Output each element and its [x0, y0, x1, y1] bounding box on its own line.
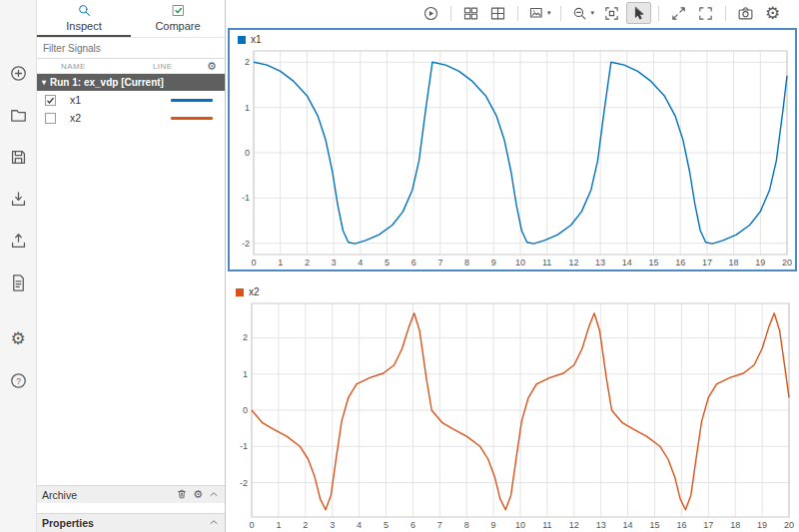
- open-button[interactable]: [5, 104, 31, 127]
- export-button[interactable]: [5, 230, 31, 253]
- record-icon: [422, 5, 439, 22]
- report-button[interactable]: [5, 271, 31, 294]
- archive-settings-icon[interactable]: ⚙: [193, 489, 203, 500]
- settings-button[interactable]: ⚙: [760, 2, 785, 24]
- signal-name[interactable]: x2: [70, 112, 171, 124]
- toolbar-separator: [560, 6, 561, 21]
- trash-icon[interactable]: [176, 488, 188, 502]
- legend-swatch-x2: [236, 288, 244, 296]
- expand-diagonal-button[interactable]: [666, 2, 691, 24]
- svg-text:6: 6: [411, 258, 416, 267]
- subplot-image-icon: [528, 5, 545, 22]
- svg-text:8: 8: [464, 258, 469, 267]
- svg-text:2: 2: [305, 258, 310, 267]
- fullscreen-button[interactable]: [693, 2, 718, 24]
- signal-row-x1[interactable]: x1: [37, 91, 225, 109]
- help-button[interactable]: ?: [5, 369, 31, 392]
- chevron-up-icon: [208, 488, 220, 500]
- trash-icon: [176, 488, 188, 500]
- tab-inspect[interactable]: Inspect: [37, 0, 131, 37]
- svg-text:9: 9: [491, 258, 496, 267]
- report-icon: [9, 273, 28, 292]
- properties-bar[interactable]: Properties: [37, 513, 225, 532]
- save-button[interactable]: [5, 146, 31, 169]
- svg-text:16: 16: [675, 258, 685, 267]
- line-swatch-x2[interactable]: [171, 117, 213, 120]
- toolbar-separator: [517, 6, 518, 21]
- column-header-line[interactable]: LINE: [153, 62, 207, 71]
- sidebar: InspectCompare NAME LINE ⚙ ▾ Run 1: ex_v…: [37, 0, 226, 532]
- archive-bar[interactable]: Archive ⚙: [37, 485, 225, 503]
- layout-grid-button[interactable]: [458, 2, 483, 24]
- run-header-label: Run 1: ex_vdp [Current]: [50, 77, 164, 88]
- svg-text:8: 8: [464, 520, 469, 530]
- import-button[interactable]: [5, 188, 31, 211]
- record-button[interactable]: [418, 2, 443, 24]
- svg-text:0: 0: [245, 148, 250, 158]
- sidebar-tabs: InspectCompare: [37, 0, 225, 38]
- svg-text:20: 20: [784, 520, 794, 530]
- svg-text:15: 15: [649, 520, 659, 530]
- legend-label-x2: x2: [249, 286, 260, 297]
- tab-label: Compare: [155, 20, 200, 32]
- svg-text:17: 17: [702, 258, 712, 267]
- collapse-caret-icon[interactable]: ▾: [42, 79, 46, 87]
- subplot-image-button[interactable]: ▾: [525, 2, 554, 24]
- run-header[interactable]: ▾ Run 1: ex_vdp [Current]: [37, 74, 225, 91]
- column-header-name[interactable]: NAME: [61, 62, 153, 71]
- svg-text:10: 10: [515, 520, 525, 530]
- open-icon: [9, 106, 28, 125]
- signal-row-x2[interactable]: x2: [37, 109, 225, 127]
- legend: x2: [236, 286, 260, 297]
- line-swatch-x1[interactable]: [171, 99, 213, 102]
- svg-text:12: 12: [569, 520, 579, 530]
- x1-chart[interactable]: 01234567891011121314151617181920-2-1012: [230, 46, 795, 269]
- svg-text:2: 2: [243, 332, 248, 342]
- inspect-icon: [77, 3, 92, 18]
- filter-signals-input[interactable]: [37, 43, 225, 54]
- svg-text:2: 2: [245, 57, 250, 67]
- chevron-up-icon[interactable]: [208, 516, 220, 530]
- svg-text:0: 0: [249, 520, 254, 530]
- svg-text:1: 1: [243, 369, 248, 379]
- camera-button[interactable]: [733, 2, 758, 24]
- layout-custom-button[interactable]: [485, 2, 510, 24]
- gear-icon: ⚙: [10, 330, 25, 347]
- svg-text:14: 14: [623, 520, 633, 530]
- svg-text:0: 0: [243, 405, 248, 415]
- svg-text:18: 18: [729, 258, 739, 267]
- tab-compare[interactable]: Compare: [131, 0, 225, 37]
- plot-area: ▾▾⚙ x1 01234567891011121314151617181920-…: [227, 0, 799, 532]
- column-settings-icon[interactable]: ⚙: [207, 61, 225, 72]
- chevron-up-icon[interactable]: [208, 488, 220, 502]
- new-icon: [9, 64, 28, 83]
- app-toolbar: ⚙?: [0, 0, 37, 532]
- svg-text:19: 19: [755, 258, 765, 267]
- plot-toolbar: ▾▾⚙: [227, 0, 799, 26]
- plot-x2[interactable]: x2 01234567891011121314151617181920-2-10…: [228, 282, 797, 532]
- signal-checkbox-x2[interactable]: [45, 113, 56, 124]
- table-header: NAME LINE ⚙: [37, 59, 225, 74]
- fullscreen-icon: [697, 5, 714, 22]
- svg-text:5: 5: [385, 258, 390, 267]
- svg-text:17: 17: [703, 520, 713, 530]
- fit-to-view-button[interactable]: [599, 2, 624, 24]
- signal-checkbox-x1[interactable]: [45, 95, 56, 106]
- svg-text:20: 20: [782, 258, 792, 267]
- compare-icon: [171, 3, 186, 18]
- zoom-out-button[interactable]: ▾: [568, 2, 597, 24]
- svg-text:1: 1: [278, 258, 283, 267]
- new-button[interactable]: [5, 62, 31, 85]
- svg-text:-2: -2: [240, 478, 248, 488]
- plot-x1[interactable]: x1 01234567891011121314151617181920-2-10…: [228, 28, 797, 271]
- signal-name[interactable]: x1: [70, 94, 171, 106]
- svg-text:12: 12: [568, 258, 578, 267]
- x2-chart[interactable]: 01234567891011121314151617181920-2-1012: [228, 298, 797, 532]
- svg-text:16: 16: [676, 520, 686, 530]
- svg-text:3: 3: [330, 520, 335, 530]
- pointer-button[interactable]: [626, 2, 651, 24]
- svg-text:7: 7: [437, 258, 442, 267]
- fit-to-view-icon: [603, 5, 620, 22]
- toolbar-separator: [658, 6, 659, 21]
- preferences-button[interactable]: ⚙: [5, 327, 31, 350]
